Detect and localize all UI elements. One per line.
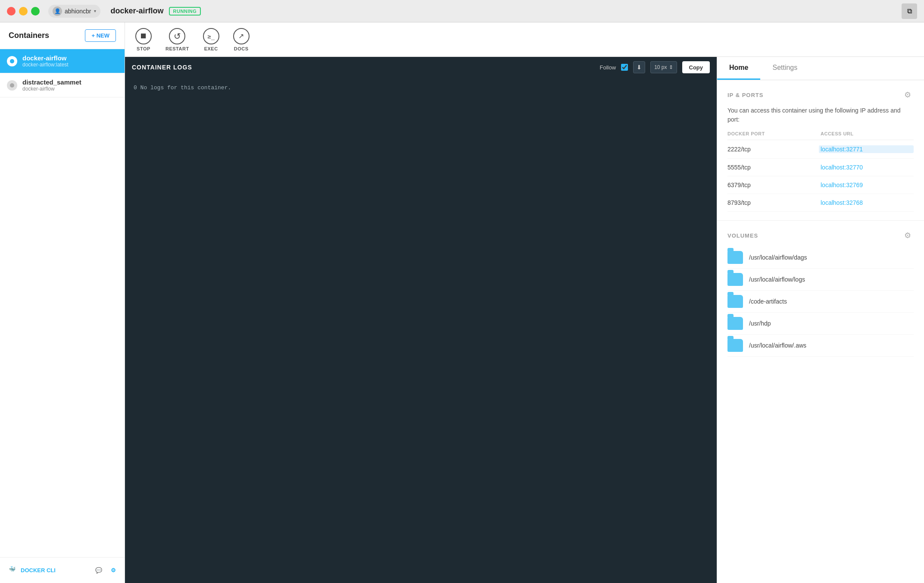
ip-ports-description: You can access this container using the …	[727, 106, 914, 124]
traffic-lights	[7, 7, 40, 16]
container-item-distracted-sammet[interactable]: distracted_sammet docker-airflow	[0, 73, 125, 97]
titlebar: 👤 abhioncbr ▾ docker-airflow RUNNING ⧉	[0, 0, 924, 22]
sidebar-footer: 🐳 DOCKER CLI 💬 ⚙	[0, 557, 125, 583]
container-list: docker-airflow docker-airflow:latest dis…	[0, 49, 125, 557]
ip-ports-settings-button[interactable]: ⚙	[902, 89, 914, 101]
access-url-3[interactable]: localhost:32768	[821, 199, 914, 206]
dot-inner	[10, 83, 14, 88]
container-image: docker-airflow	[22, 86, 118, 92]
volume-item-1: /usr/local/airflow/logs	[727, 269, 914, 291]
restart-button[interactable]: ↺ RESTART	[165, 28, 189, 51]
tab-home[interactable]: Home	[717, 57, 760, 80]
stop-icon: ⏹	[135, 28, 152, 44]
volumes-title: VOLUMES	[727, 232, 758, 239]
exec-button[interactable]: ≥_ EXEC	[203, 28, 219, 51]
px-arrows-icon: ⇕	[669, 64, 673, 70]
toolbar: ⏹ STOP ↺ RESTART ≥_ EXEC ↗ DOCS	[125, 22, 924, 57]
volume-path-0: /usr/local/airflow/dags	[749, 254, 807, 261]
ports-header: DOCKER PORT ACCESS URL	[727, 131, 914, 140]
tab-settings[interactable]: Settings	[760, 57, 809, 80]
settings-button[interactable]: ⚙	[111, 567, 116, 574]
container-title: docker-airflow	[111, 6, 164, 16]
port-3: 8793/tcp	[727, 199, 821, 206]
port-2: 6379/tcp	[727, 182, 821, 188]
volumes-settings-button[interactable]: ⚙	[902, 229, 914, 241]
sidebar-header: Containers + NEW	[0, 22, 125, 49]
right-panel: Home Settings IP & PORTS ⚙ You can acces…	[717, 57, 924, 583]
content-split: CONTAINER LOGS Follow ⬇ 10 px ⇕ Copy 0 N…	[125, 57, 924, 583]
main-content: ⏹ STOP ↺ RESTART ≥_ EXEC ↗ DOCS CONTAINE…	[125, 22, 924, 583]
access-url-0[interactable]: localhost:32771	[819, 145, 914, 153]
section-header-volumes: VOLUMES ⚙	[727, 229, 914, 241]
dot-inner	[10, 59, 14, 63]
volume-path-4: /usr/local/airflow/.aws	[749, 342, 806, 349]
minimize-button[interactable]	[19, 7, 28, 16]
new-container-button[interactable]: + NEW	[85, 29, 116, 42]
access-url-1[interactable]: localhost:32770	[821, 164, 914, 171]
sidebar-title: Containers	[9, 31, 49, 40]
exec-icon: ≥_	[203, 28, 219, 44]
exec-label: EXEC	[204, 46, 218, 51]
chat-button[interactable]: 💬	[95, 567, 102, 574]
ports-row-0: 2222/tcp localhost:32771	[727, 140, 914, 159]
docker-cli-button[interactable]: 🐳 DOCKER CLI	[9, 566, 56, 575]
container-image: docker-airflow:latest	[22, 62, 118, 68]
chevron-down-icon: ▾	[94, 9, 96, 13]
folder-icon	[727, 273, 743, 286]
port-1: 5555/tcp	[727, 164, 821, 171]
volume-item-3: /usr/hdp	[727, 313, 914, 335]
tab-bar: Home Settings	[717, 57, 924, 80]
stop-label: STOP	[137, 46, 150, 51]
container-name: docker-airflow	[22, 54, 118, 62]
folder-icon	[727, 295, 743, 308]
volume-path-2: /code-artifacts	[749, 298, 787, 305]
container-info: distracted_sammet docker-airflow	[22, 78, 118, 92]
stop-button[interactable]: ⏹ STOP	[135, 28, 152, 51]
logs-content: 0 No logs for this container.	[125, 78, 717, 583]
close-button[interactable]	[7, 7, 16, 16]
ports-table: DOCKER PORT ACCESS URL 2222/tcp localhos…	[727, 131, 914, 212]
user-pill[interactable]: 👤 abhioncbr ▾	[48, 5, 100, 18]
docs-icon: ↗	[233, 28, 250, 44]
ip-ports-title: IP & PORTS	[727, 92, 763, 98]
maximize-button[interactable]	[31, 7, 40, 16]
logs-title: CONTAINER LOGS	[132, 64, 595, 71]
container-item-docker-airflow[interactable]: docker-airflow docker-airflow:latest	[0, 49, 125, 73]
volume-path-3: /usr/hdp	[749, 320, 771, 327]
ports-row-2: 6379/tcp localhost:32769	[727, 176, 914, 194]
restart-label: RESTART	[165, 46, 189, 51]
avatar: 👤	[53, 6, 62, 16]
status-indicator	[7, 80, 17, 91]
status-badge: RUNNING	[169, 7, 201, 16]
container-info: docker-airflow docker-airflow:latest	[22, 54, 118, 68]
follow-label: Follow	[600, 64, 616, 71]
section-header-ip: IP & PORTS ⚙	[727, 89, 914, 101]
folder-icon	[727, 317, 743, 330]
scroll-to-bottom-button[interactable]: ⬇	[633, 61, 645, 73]
docs-button[interactable]: ↗ DOCS	[233, 28, 250, 51]
docs-label: DOCS	[234, 46, 249, 51]
sidebar: Containers + NEW docker-airflow docker-a…	[0, 22, 125, 583]
follow-checkbox[interactable]	[621, 64, 628, 71]
port-0: 2222/tcp	[727, 146, 819, 153]
access-url-2[interactable]: localhost:32769	[821, 182, 914, 188]
px-value: 10 px	[654, 64, 667, 70]
settings-icon: ⚙	[111, 567, 116, 574]
ports-row-1: 5555/tcp localhost:32770	[727, 159, 914, 176]
volume-item-0: /usr/local/airflow/dags	[727, 247, 914, 269]
volume-path-1: /usr/local/airflow/logs	[749, 276, 805, 283]
status-indicator	[7, 56, 17, 66]
folder-icon	[727, 251, 743, 264]
ip-ports-section: IP & PORTS ⚙ You can access this contain…	[717, 80, 924, 221]
user-name: abhioncbr	[65, 8, 91, 15]
restart-icon: ↺	[169, 28, 185, 44]
docker-cli-label: DOCKER CLI	[21, 567, 56, 574]
app-body: Containers + NEW docker-airflow docker-a…	[0, 22, 924, 583]
logs-panel: CONTAINER LOGS Follow ⬇ 10 px ⇕ Copy 0 N…	[125, 57, 717, 583]
access-url-col-header: ACCESS URL	[821, 131, 914, 136]
container-name: distracted_sammet	[22, 78, 118, 86]
px-selector[interactable]: 10 px ⇕	[650, 61, 677, 73]
volumes-section: VOLUMES ⚙ /usr/local/airflow/dags /usr/l…	[717, 221, 924, 365]
copy-button[interactable]: Copy	[682, 61, 710, 73]
window-control-icon[interactable]: ⧉	[902, 3, 917, 19]
